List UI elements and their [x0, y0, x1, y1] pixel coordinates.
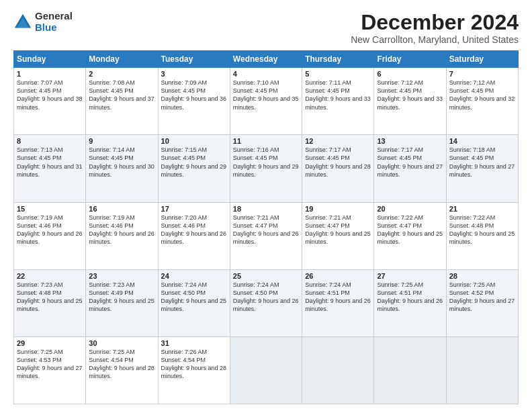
calendar-cell: 8 Sunrise: 7:13 AM Sunset: 4:45 PM Dayli… [14, 135, 86, 202]
day-number: 16 [89, 205, 154, 213]
calendar-week-4: 22 Sunrise: 7:23 AM Sunset: 4:48 PM Dayl… [14, 269, 519, 336]
calendar-cell: 5 Sunrise: 7:11 AM Sunset: 4:45 PM Dayli… [302, 68, 374, 135]
sunset-label: Sunset: 4:50 PM [161, 289, 206, 296]
sunrise-label: Sunrise: 7:14 AM [89, 146, 135, 153]
calendar-cell: 4 Sunrise: 7:10 AM Sunset: 4:45 PM Dayli… [230, 68, 302, 135]
day-number: 25 [233, 272, 299, 280]
day-number: 8 [17, 137, 83, 145]
calendar-cell: 7 Sunrise: 7:12 AM Sunset: 4:45 PM Dayli… [446, 68, 518, 135]
sunrise-label: Sunrise: 7:25 AM [89, 349, 135, 355]
day-number: 5 [305, 70, 371, 78]
day-info: Sunrise: 7:21 AM Sunset: 4:47 PM Dayligh… [305, 214, 371, 246]
calendar-cell: 25 Sunrise: 7:24 AM Sunset: 4:50 PM Dayl… [230, 269, 302, 336]
sunrise-label: Sunrise: 7:25 AM [17, 349, 63, 355]
daylight-label: Daylight: 9 hours and 25 minutes. [305, 230, 371, 245]
day-header-thursday: Thursday [302, 51, 374, 68]
sunset-label: Sunset: 4:45 PM [449, 87, 494, 94]
title-block: December 2024 New Carrollton, Maryland, … [351, 11, 519, 45]
daylight-label: Daylight: 9 hours and 29 minutes. [161, 163, 227, 178]
daylight-label: Daylight: 9 hours and 25 minutes. [449, 230, 515, 245]
sunset-label: Sunset: 4:45 PM [161, 87, 206, 94]
day-info: Sunrise: 7:23 AM Sunset: 4:48 PM Dayligh… [17, 281, 83, 314]
calendar-cell: 21 Sunrise: 7:22 AM Sunset: 4:48 PM Dayl… [446, 202, 518, 269]
calendar-cell: 13 Sunrise: 7:17 AM Sunset: 4:45 PM Dayl… [374, 135, 446, 202]
daylight-label: Daylight: 9 hours and 37 minutes. [89, 95, 154, 110]
daylight-label: Daylight: 9 hours and 29 minutes. [233, 163, 299, 178]
day-info: Sunrise: 7:25 AM Sunset: 4:54 PM Dayligh… [89, 348, 154, 381]
sunset-label: Sunset: 4:54 PM [89, 357, 134, 363]
daylight-label: Daylight: 9 hours and 27 minutes. [449, 163, 515, 178]
day-number: 24 [161, 272, 227, 280]
daylight-label: Daylight: 9 hours and 27 minutes. [449, 298, 515, 312]
day-number: 19 [305, 205, 371, 213]
daylight-label: Daylight: 9 hours and 36 minutes. [161, 95, 227, 110]
calendar-cell: 10 Sunrise: 7:15 AM Sunset: 4:45 PM Dayl… [158, 135, 230, 202]
sunrise-label: Sunrise: 7:20 AM [161, 214, 208, 221]
header: General Blue December 2024 New Carrollto… [13, 11, 519, 45]
sunset-label: Sunset: 4:51 PM [305, 289, 350, 296]
calendar-cell [446, 336, 518, 404]
sunrise-label: Sunrise: 7:18 AM [449, 146, 496, 153]
sunset-label: Sunset: 4:45 PM [305, 154, 350, 161]
sunrise-label: Sunrise: 7:13 AM [17, 146, 63, 153]
daylight-label: Daylight: 9 hours and 25 minutes. [377, 230, 443, 245]
daylight-label: Daylight: 9 hours and 33 minutes. [377, 95, 443, 110]
sunrise-label: Sunrise: 7:26 AM [161, 349, 208, 355]
day-info: Sunrise: 7:15 AM Sunset: 4:45 PM Dayligh… [161, 146, 227, 179]
calendar-cell: 1 Sunrise: 7:07 AM Sunset: 4:45 PM Dayli… [14, 68, 86, 135]
sunset-label: Sunset: 4:45 PM [89, 87, 134, 94]
sunset-label: Sunset: 4:45 PM [305, 87, 350, 94]
sunrise-label: Sunrise: 7:12 AM [449, 79, 496, 86]
sunset-label: Sunset: 4:47 PM [377, 222, 422, 229]
day-header-monday: Monday [86, 51, 158, 68]
day-number: 20 [377, 205, 443, 213]
daylight-label: Daylight: 9 hours and 33 minutes. [305, 95, 371, 110]
daylight-label: Daylight: 9 hours and 28 minutes. [161, 365, 227, 379]
sunset-label: Sunset: 4:54 PM [161, 357, 206, 363]
day-header-saturday: Saturday [446, 51, 518, 68]
day-number: 2 [89, 70, 154, 78]
day-number: 13 [377, 137, 443, 145]
sunset-label: Sunset: 4:47 PM [305, 222, 350, 229]
sunrise-label: Sunrise: 7:23 AM [89, 281, 135, 288]
logo: General Blue [13, 11, 73, 33]
day-number: 3 [161, 70, 227, 78]
day-number: 18 [233, 205, 299, 213]
sunrise-label: Sunrise: 7:24 AM [305, 281, 351, 288]
sunrise-label: Sunrise: 7:21 AM [233, 214, 279, 221]
sunset-label: Sunset: 4:45 PM [17, 87, 62, 94]
calendar-cell: 29 Sunrise: 7:25 AM Sunset: 4:53 PM Dayl… [14, 336, 86, 404]
daylight-label: Daylight: 9 hours and 26 minutes. [233, 298, 299, 312]
calendar-cell: 30 Sunrise: 7:25 AM Sunset: 4:54 PM Dayl… [86, 336, 158, 404]
sunrise-label: Sunrise: 7:25 AM [449, 281, 496, 288]
day-number: 26 [305, 272, 371, 280]
sunrise-label: Sunrise: 7:16 AM [233, 146, 279, 153]
calendar-cell [230, 336, 302, 404]
sunrise-label: Sunrise: 7:17 AM [305, 146, 351, 153]
logo-blue-text: Blue [35, 22, 73, 34]
day-number: 22 [17, 272, 83, 280]
daylight-label: Daylight: 9 hours and 26 minutes. [377, 298, 443, 312]
calendar-cell: 22 Sunrise: 7:23 AM Sunset: 4:48 PM Dayl… [14, 269, 86, 336]
daylight-label: Daylight: 9 hours and 26 minutes. [17, 230, 83, 245]
calendar-header-row: SundayMondayTuesdayWednesdayThursdayFrid… [14, 51, 519, 68]
daylight-label: Daylight: 9 hours and 25 minutes. [161, 298, 227, 312]
calendar-cell [374, 336, 446, 404]
calendar-cell: 6 Sunrise: 7:12 AM Sunset: 4:45 PM Dayli… [374, 68, 446, 135]
sunset-label: Sunset: 4:45 PM [233, 154, 278, 161]
sunrise-label: Sunrise: 7:24 AM [161, 281, 208, 288]
sunset-label: Sunset: 4:51 PM [377, 289, 422, 296]
daylight-label: Daylight: 9 hours and 30 minutes. [89, 163, 154, 178]
day-number: 9 [89, 137, 154, 145]
day-number: 4 [233, 70, 299, 78]
day-info: Sunrise: 7:20 AM Sunset: 4:46 PM Dayligh… [161, 214, 227, 246]
day-number: 23 [89, 272, 154, 280]
calendar-cell: 11 Sunrise: 7:16 AM Sunset: 4:45 PM Dayl… [230, 135, 302, 202]
day-info: Sunrise: 7:25 AM Sunset: 4:51 PM Dayligh… [377, 281, 443, 314]
sunset-label: Sunset: 4:46 PM [89, 222, 134, 229]
sunrise-label: Sunrise: 7:24 AM [233, 281, 279, 288]
sunrise-label: Sunrise: 7:19 AM [89, 214, 135, 221]
day-number: 31 [161, 339, 227, 347]
sunset-label: Sunset: 4:47 PM [233, 222, 278, 229]
sunrise-label: Sunrise: 7:22 AM [449, 214, 496, 221]
